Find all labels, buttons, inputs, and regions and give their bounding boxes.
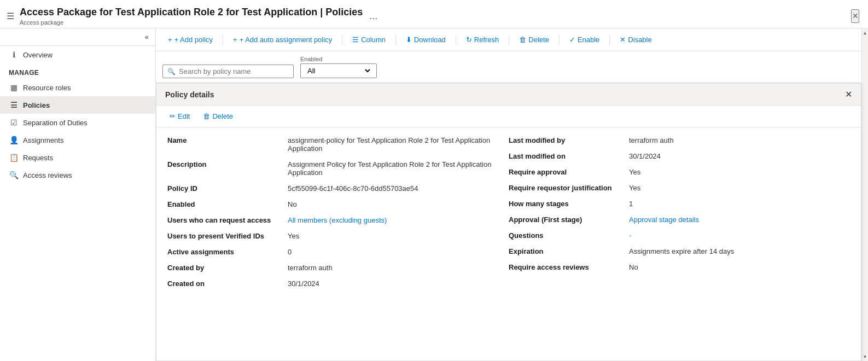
scrollbar-track [862, 37, 868, 352]
sidebar-item-resource-roles-label: Resource roles [23, 84, 71, 92]
sidebar-item-resource-roles[interactable]: ▦ Resource roles [0, 79, 155, 96]
name-label: Name [167, 136, 288, 144]
enabled-select[interactable]: All Yes No [305, 66, 372, 75]
enable-button[interactable]: ✓ Enable [564, 33, 605, 46]
panel-edit-button[interactable]: ✏ Edit [165, 110, 194, 123]
approval-first-stage-value[interactable]: Approval stage details [629, 216, 699, 224]
enabled-value: No [288, 200, 297, 208]
disable-button[interactable]: ✕ Disable [614, 33, 657, 46]
created-by-label: Created by [167, 264, 288, 272]
scrollbar-up[interactable]: ▲ [862, 28, 868, 37]
sidebar: « ℹ Overview Manage ▦ Resource roles ☰ P… [0, 28, 156, 361]
column-button[interactable]: ☰ Column [347, 33, 391, 46]
panel-delete-label: Delete [212, 112, 233, 120]
name-value: assignment-policy for Test Application R… [288, 136, 509, 153]
toolbar-divider-3 [395, 34, 396, 45]
sidebar-item-overview[interactable]: ℹ Overview [0, 46, 155, 63]
refresh-button[interactable]: ↻ Refresh [461, 33, 505, 46]
add-policy-label: + Add policy [174, 36, 213, 44]
search-input-wrapper[interactable]: 🔍 [162, 65, 294, 78]
users-verified-value: Yes [288, 232, 299, 240]
manage-section-label: Manage [0, 63, 155, 79]
questions-value: - [629, 231, 631, 240]
toolbar-divider-7 [609, 34, 610, 45]
app-header: ☰ Access Package for Test Application Ro… [0, 0, 868, 28]
panel-content: Name assignment-policy for Test Applicat… [156, 127, 861, 360]
detail-row-expiration: Expiration Assignments expire after 14 d… [509, 247, 850, 255]
search-input[interactable] [179, 67, 289, 75]
details-grid: Name assignment-policy for Test Applicat… [167, 136, 850, 295]
panel-close-button[interactable]: ✕ [845, 89, 852, 100]
toolbar-divider-6 [559, 34, 560, 45]
sidebar-item-assignments-label: Assignments [23, 136, 63, 144]
created-on-value: 30/1/2024 [288, 280, 319, 288]
refresh-icon: ↻ [466, 36, 472, 44]
add-auto-assignment-policy-button[interactable]: + + Add auto assignment policy [228, 33, 337, 46]
delete-icon: 🗑 [519, 36, 526, 44]
sidebar-item-separation-of-duties[interactable]: ☑ Separation of Duties [0, 114, 155, 131]
add-auto-policy-label: + Add auto assignment policy [240, 36, 332, 44]
description-value: Assignment Policy for Test Application R… [288, 160, 509, 177]
last-modified-by-label: Last modified by [509, 136, 629, 144]
check-icon: ☑ [9, 118, 19, 127]
users-can-request-value[interactable]: All members (excluding guests) [288, 216, 387, 224]
sidebar-item-assignments[interactable]: 👤 Assignments [0, 131, 155, 149]
toolbar-divider-2 [342, 34, 342, 45]
page-title: Access Package for Test Application Role… [20, 7, 363, 18]
details-left-column: Name assignment-policy for Test Applicat… [167, 136, 509, 295]
panel-title: Policy details [165, 90, 845, 99]
download-icon: ⬇ [406, 36, 412, 44]
search-filter-group: 🔍 [162, 65, 294, 78]
approval-first-stage-label: Approval (First stage) [509, 216, 629, 224]
clipboard-icon: 📋 [9, 153, 19, 162]
detail-row-require-access-reviews: Require access reviews No [509, 263, 850, 271]
delete-button[interactable]: 🗑 Delete [514, 33, 555, 46]
add-policy-button[interactable]: + + Add policy [162, 33, 218, 46]
sidebar-collapse-btn[interactable]: « [0, 28, 155, 46]
detail-row-users-can-request: Users who can request access All members… [167, 216, 509, 224]
filter-row: 🔍 Enabled All Yes No [156, 51, 868, 83]
users-verified-label: Users to present Verified IDs [167, 232, 288, 240]
search-icon: 🔍 [167, 68, 176, 75]
require-approval-value: Yes [629, 168, 640, 176]
delete-label: Delete [528, 36, 549, 44]
toolbar-divider-1 [223, 34, 223, 45]
policy-id-label: Policy ID [167, 184, 288, 193]
detail-row-enabled: Enabled No [167, 200, 509, 208]
edit-icon: ✏ [170, 112, 176, 120]
sidebar-item-requests[interactable]: 📋 Requests [0, 149, 155, 166]
column-icon: ☰ [352, 36, 359, 44]
panel-header: Policy details ✕ [156, 84, 861, 106]
detail-row-description: Description Assignment Policy for Test A… [167, 160, 509, 177]
scrollbar: ▲ ▼ [861, 28, 868, 361]
header-title-group: Access Package for Test Application Role… [20, 7, 363, 26]
panel-delete-button[interactable]: 🗑 Delete [199, 110, 237, 123]
sidebar-item-access-reviews[interactable]: 🔍 Access reviews [0, 166, 155, 184]
menu-icon[interactable]: ☰ [7, 11, 14, 21]
enabled-filter-label: Enabled [300, 56, 377, 62]
questions-label: Questions [509, 231, 629, 240]
require-approval-label: Require approval [509, 168, 629, 176]
policy-details-panel: Policy details ✕ ✏ Edit 🗑 Delete [156, 83, 861, 361]
sidebar-item-policies-label: Policies [23, 101, 50, 109]
detail-row-approval-first-stage: Approval (First stage) Approval stage de… [509, 216, 850, 224]
last-modified-on-label: Last modified on [509, 152, 629, 160]
description-label: Description [167, 160, 288, 168]
sidebar-item-policies[interactable]: ☰ Policies [0, 96, 155, 114]
detail-row-how-many-stages: How many stages 1 [509, 200, 850, 208]
active-assignments-label: Active assignments [167, 248, 288, 256]
list-icon: ☰ [9, 101, 19, 109]
last-modified-by-value: terraform auth [629, 136, 674, 144]
enable-icon: ✓ [569, 36, 575, 44]
download-button[interactable]: ⬇ Download [400, 33, 451, 46]
scrollbar-down[interactable]: ▼ [862, 352, 868, 361]
disable-icon: ✕ [620, 36, 626, 44]
enabled-filter-select-wrapper[interactable]: All Yes No [300, 63, 377, 78]
page-subtitle: Access package [20, 19, 363, 26]
add-policy-icon: + [168, 36, 172, 44]
require-requestor-label: Require requestor justification [509, 184, 629, 192]
header-ellipsis-icon[interactable]: ... [369, 10, 377, 22]
sidebar-item-separation-label: Separation of Duties [23, 119, 88, 127]
sidebar-item-requests-label: Requests [23, 154, 53, 162]
header-close-button[interactable]: × [851, 9, 859, 23]
